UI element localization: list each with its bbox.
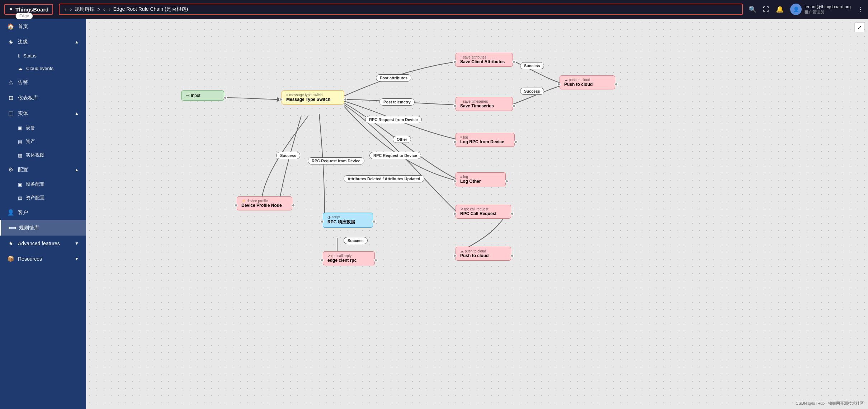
node-device-profile[interactable]: ⚡ device profile Device Profile Node bbox=[237, 196, 292, 210]
breadcrumb-part2: Edge Root Rule Chain (是否根链) bbox=[113, 6, 188, 13]
cloud-events-icon: ☁ bbox=[18, 66, 23, 71]
node-log-rpc-device[interactable]: ≡ log Log RPC from Device bbox=[456, 133, 515, 147]
node-input[interactable]: ⊣ Input bbox=[181, 90, 224, 101]
input-node-name: Input bbox=[191, 93, 201, 98]
node-save-attributes[interactable]: ↑ save attributes Save Client Attributes bbox=[456, 53, 513, 67]
logo-sub: Edge bbox=[15, 13, 33, 19]
sidebar-label-entities: 实体 bbox=[18, 110, 28, 117]
device-profiles-icon: ▣ bbox=[18, 182, 22, 187]
sidebar-item-entities[interactable]: ◫ 实体 ▲ bbox=[0, 106, 86, 121]
devices-icon: ▣ bbox=[18, 125, 22, 131]
node-rpc-reply[interactable]: ↗ rpc call reply edge clent rpc bbox=[323, 251, 375, 265]
sidebar-item-config[interactable]: ⚙ 配置 ▲ bbox=[0, 162, 86, 177]
breadcrumb-icon2: ⟺ bbox=[103, 6, 110, 12]
entities-icon: ◫ bbox=[7, 110, 14, 117]
user-info: 👤 tenant@thingsboard.org 租户管理员 bbox=[790, 4, 851, 15]
search-icon[interactable]: 🔍 bbox=[749, 5, 756, 13]
sidebar-item-dashboards[interactable]: ⊞ 仪表板库 bbox=[0, 90, 86, 106]
home-icon: 🏠 bbox=[7, 23, 14, 30]
sidebar-label-resources: Resources bbox=[18, 256, 42, 262]
rpc-reply-name-label: edge clent rpc bbox=[327, 258, 370, 263]
header-right: 🔍 ⛶ 🔔 👤 tenant@thingsboard.org 租户管理员 ⋮ bbox=[749, 4, 864, 15]
sidebar-item-status[interactable]: ℹ Status bbox=[0, 50, 86, 62]
label-success-rpc: Success bbox=[276, 152, 300, 159]
label-rpc-to-device: RPC Request to Device bbox=[369, 152, 421, 159]
fullscreen-icon[interactable]: ⛶ bbox=[763, 6, 769, 13]
push-cloud1-type-label: ☁ push to cloud bbox=[564, 78, 610, 82]
sidebar-item-entity-views[interactable]: ▦ 实体视图 bbox=[0, 148, 86, 162]
device-profile-type-label: ⚡ device profile bbox=[241, 199, 288, 203]
label-rpc-from-device: RPC Request from Device bbox=[365, 116, 422, 123]
sidebar-label-rule-chains: 规则链库 bbox=[19, 225, 39, 231]
main-layout: 🏠 首页 ◈ 边缘 ▲ ℹ Status ☁ Cloud events ⚠ 告警… bbox=[0, 19, 868, 409]
chevron-up-icon: ▲ bbox=[75, 39, 79, 45]
node-rpc-call-request[interactable]: ↗ rpc call request RPC Call Request bbox=[456, 205, 511, 219]
sidebar-label-advanced: Advanced features bbox=[18, 241, 60, 246]
device-profile-name-label: Device Profile Node bbox=[241, 203, 288, 208]
chevron-down-icon-resources: ▼ bbox=[75, 256, 79, 261]
sidebar-item-alarms[interactable]: ⚠ 告警 bbox=[0, 75, 86, 90]
sidebar-item-cloud-events[interactable]: ☁ Cloud events bbox=[0, 62, 86, 75]
save-attr-name-label: Save Client Attributes bbox=[460, 59, 508, 64]
label-post-telemetry: Post telemetry bbox=[379, 98, 415, 106]
sidebar-item-rule-chains[interactable]: ⟺ 规则链库 bbox=[0, 220, 86, 236]
sidebar-item-assets[interactable]: ▤ 资产 bbox=[0, 135, 86, 148]
sidebar-item-advanced[interactable]: ★ Advanced features ▼ bbox=[0, 236, 86, 251]
logo-icon: ✦ bbox=[9, 6, 13, 13]
asset-profiles-icon: ▤ bbox=[18, 195, 22, 201]
rpc-call-req-name-label: RPC Call Request bbox=[460, 211, 506, 216]
label-other: Other bbox=[393, 136, 411, 143]
node-push-cloud-2[interactable]: ☁ push to cloud Push to cloud bbox=[456, 247, 511, 261]
header: ✦ ThingsBoard Edge ⟺ 规则链库 > ⟺ Edge Root … bbox=[0, 0, 868, 19]
label-attributes-deleted: Attributes Deleted / Attributes Updated bbox=[344, 175, 424, 182]
chevron-up-icon-config: ▲ bbox=[75, 167, 79, 172]
sidebar-item-resources[interactable]: 📦 Resources ▼ bbox=[0, 251, 86, 266]
rule-chain-canvas[interactable]: ⤢ bbox=[86, 19, 868, 409]
breadcrumb-part1[interactable]: 规则链库 bbox=[75, 6, 95, 13]
user-email: tenant@thingsboard.org bbox=[805, 4, 851, 9]
push-cloud2-name-label: Push to cloud bbox=[460, 253, 506, 258]
assets-icon: ▤ bbox=[18, 139, 22, 144]
log-rpc-type-label: ≡ log bbox=[460, 135, 510, 139]
push-cloud1-name-label: Push to cloud bbox=[564, 82, 610, 87]
sidebar-label-customers: 客户 bbox=[18, 209, 28, 216]
sidebar-item-device-profiles[interactable]: ▣ 设备配置 bbox=[0, 177, 86, 191]
dashboard-icon: ⊞ bbox=[7, 94, 14, 101]
sidebar-label-config: 配置 bbox=[18, 167, 28, 173]
node-push-cloud-1[interactable]: ☁ push to cloud Push to cloud bbox=[560, 75, 615, 89]
logo[interactable]: ✦ ThingsBoard Edge bbox=[4, 4, 53, 15]
sidebar-item-edge[interactable]: ◈ 边缘 ▲ bbox=[0, 34, 86, 50]
entity-views-icon: ▦ bbox=[18, 153, 22, 158]
notification-icon[interactable]: 🔔 bbox=[776, 5, 784, 13]
sidebar-label-home: 首页 bbox=[18, 23, 28, 30]
sidebar-label-cloud-events: Cloud events bbox=[26, 66, 53, 71]
footer-note: CSDN @loTHub - 物联网开源技术社区 bbox=[796, 401, 864, 406]
sidebar-label-edge: 边缘 bbox=[18, 39, 28, 45]
sidebar-item-devices[interactable]: ▣ 设备 bbox=[0, 121, 86, 135]
save-attr-type-label: ↑ save attributes bbox=[460, 55, 508, 59]
node-log-other[interactable]: ≡ log Log Other bbox=[456, 172, 506, 186]
label-rpc-from-device-2: RPC Request from Device bbox=[308, 157, 364, 164]
label-success-1: Success bbox=[520, 62, 544, 69]
sidebar-item-asset-profiles[interactable]: ▤ 资产配置 bbox=[0, 191, 86, 205]
sidebar-item-customers[interactable]: 👤 客户 bbox=[0, 205, 86, 220]
input-node-icon: ⊣ bbox=[186, 93, 189, 98]
sidebar-label-alarms: 告警 bbox=[18, 79, 28, 86]
sidebar-label-asset-profiles: 资产配置 bbox=[26, 195, 44, 201]
node-save-timeseries[interactable]: ↑ save timeseries Save Timeseries bbox=[456, 97, 513, 111]
node-message-type-switch[interactable]: ≡ message type switch Message Type Switc… bbox=[282, 90, 344, 104]
node-rpc-response[interactable]: ◑ script RPC 响应数据 bbox=[323, 213, 373, 228]
msg-switch-name-label: Message Type Switch bbox=[286, 97, 340, 102]
resources-icon: 📦 bbox=[7, 255, 14, 262]
sidebar-label-entity-views: 实体视图 bbox=[26, 152, 44, 158]
log-other-name-label: Log Other bbox=[460, 179, 501, 184]
config-icon: ⚙ bbox=[7, 166, 14, 173]
customers-icon: 👤 bbox=[7, 209, 14, 216]
log-rpc-name-label: Log RPC from Device bbox=[460, 139, 510, 144]
rpc-call-req-type-label: ↗ rpc call request bbox=[460, 207, 506, 211]
expand-button[interactable]: ⤢ bbox=[854, 22, 864, 32]
sidebar: 🏠 首页 ◈ 边缘 ▲ ℹ Status ☁ Cloud events ⚠ 告警… bbox=[0, 19, 86, 409]
chevron-up-icon-entities: ▲ bbox=[75, 111, 79, 116]
sidebar-item-home[interactable]: 🏠 首页 bbox=[0, 19, 86, 34]
menu-dots-icon[interactable]: ⋮ bbox=[857, 5, 864, 13]
